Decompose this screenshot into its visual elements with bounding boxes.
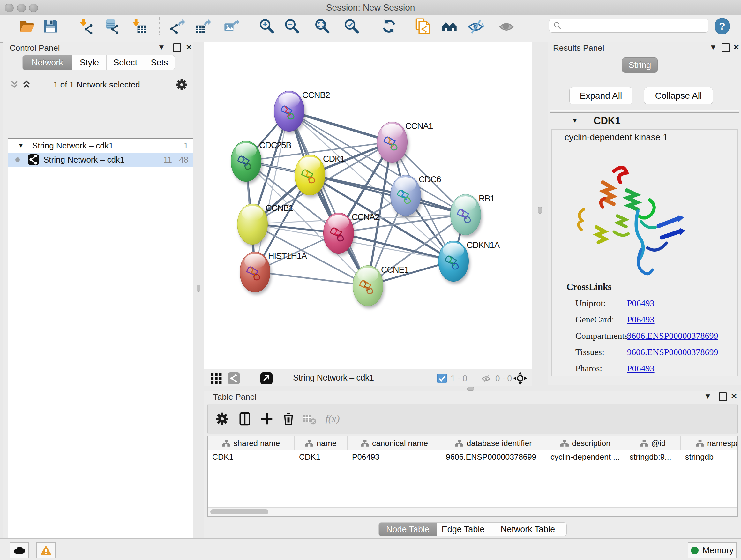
delete-column-trash-icon[interactable] (281, 412, 296, 426)
crosslink-link[interactable]: P06493 (627, 363, 655, 374)
table-cell[interactable]: 9606.ENSP00000378699 (441, 450, 546, 463)
column-header-canonical-name[interactable]: canonical name (347, 436, 441, 450)
scrollbar-thumb[interactable] (210, 509, 268, 514)
network-options-gear-icon[interactable] (175, 78, 188, 91)
table-cell[interactable]: CDK1 (208, 450, 294, 463)
memory-button[interactable]: Memory (688, 543, 737, 558)
open-session-folder-icon[interactable] (19, 18, 36, 35)
refresh-view-icon[interactable] (381, 18, 397, 35)
detach-view-icon[interactable] (260, 372, 273, 384)
horizontal-splitter-handle[interactable] (467, 387, 474, 391)
selected-checkbox-icon[interactable] (437, 374, 447, 383)
table-cell[interactable]: stringdb (681, 450, 738, 463)
table-cell[interactable]: stringdb:9... (625, 450, 681, 463)
network-node-ccne1[interactable] (353, 265, 383, 306)
tab-network[interactable]: Network (23, 55, 72, 70)
table-panel-float-icon[interactable] (719, 392, 727, 402)
column-header-at-id[interactable]: @id (625, 436, 681, 450)
search-input[interactable] (562, 19, 708, 32)
new-network-from-selection-icon[interactable] (414, 18, 431, 35)
network-node-cdc6[interactable] (390, 175, 421, 216)
tab-style[interactable]: Style (72, 55, 107, 70)
zoom-selected-icon[interactable] (343, 18, 360, 35)
results-panel-float-icon[interactable] (722, 44, 730, 54)
network-node-cdc25b[interactable] (231, 141, 261, 182)
crosslink-link[interactable]: P06493 (627, 314, 655, 325)
crosslink-label: Compartments: (576, 331, 627, 341)
warning-button[interactable] (37, 543, 56, 558)
left-splitter-handle[interactable] (197, 285, 200, 292)
collapse-all-chevron-icon[interactable] (10, 80, 19, 89)
grid-view-icon[interactable] (210, 372, 222, 384)
table-row[interactable]: CDK1CDK1P064939606.ENSP00000378699cyclin… (208, 450, 738, 463)
tree-expander-icon[interactable]: ▼ (18, 142, 24, 149)
import-network-database-icon[interactable] (104, 18, 121, 35)
network-node-cdkn1a[interactable] (438, 241, 469, 282)
column-header-namespace[interactable]: namespace (681, 436, 738, 450)
export-network-icon[interactable] (169, 18, 185, 35)
cloud-button[interactable] (10, 543, 29, 558)
table-gear-icon[interactable] (215, 412, 229, 426)
network-node-ccna2[interactable] (323, 212, 354, 253)
right-splitter[interactable] (532, 42, 548, 386)
export-table-icon[interactable] (194, 18, 211, 35)
table-panel-collapse-icon[interactable]: ▼ (704, 392, 712, 401)
expand-all-button[interactable]: Expand All (569, 87, 632, 105)
network-collection-row[interactable]: ▼ String Network – cdk1 1 (8, 138, 193, 152)
tab-select[interactable]: Select (106, 55, 144, 70)
column-header-database-identifier[interactable]: database identifier (441, 436, 546, 450)
columns-icon[interactable] (238, 412, 253, 426)
houses-icon[interactable] (441, 18, 458, 35)
network-node-ccna1[interactable] (377, 122, 408, 163)
network-canvas[interactable]: CCNB2CCNA1CDC25BCDK1CDC6RB1CCNB1CCNA2CDK… (204, 42, 532, 369)
control-panel-float-icon[interactable] (173, 44, 181, 54)
results-panel-collapse-icon[interactable]: ▼ (710, 43, 717, 52)
protein-card-header[interactable]: ▼ CDK1 (550, 113, 739, 129)
collapse-all-button[interactable]: Collapse All (644, 87, 713, 105)
table-cell[interactable]: P06493 (347, 450, 441, 463)
tab-edge-table[interactable]: Edge Table (437, 523, 489, 536)
crosslink-link[interactable]: 9606.ENSP00000378699 (627, 347, 718, 357)
network-node-rb1[interactable] (450, 194, 481, 235)
zoom-fit-content-icon[interactable] (314, 18, 331, 35)
network-share-icon[interactable] (228, 372, 240, 384)
results-panel-close-icon[interactable]: ✕ (733, 43, 739, 52)
import-network-file-icon[interactable] (78, 18, 95, 35)
tab-string[interactable]: String (622, 57, 658, 73)
table-panel-close-icon[interactable]: ✕ (731, 392, 737, 401)
save-session-floppy-icon[interactable] (42, 18, 59, 35)
add-column-icon[interactable] (259, 412, 274, 426)
expand-all-chevron-icon[interactable] (22, 80, 31, 89)
export-image-icon[interactable] (223, 18, 240, 35)
column-header-description[interactable]: description (546, 436, 625, 450)
horizontal-splitter[interactable] (204, 386, 741, 391)
network-node-ccnb2[interactable] (274, 91, 305, 132)
tab-node-table[interactable]: Node Table (379, 523, 437, 536)
left-splitter[interactable] (193, 42, 204, 386)
control-panel-close-icon[interactable]: ✕ (186, 43, 192, 52)
import-table-file-icon[interactable] (131, 18, 147, 35)
hidden-eye-slash-icon[interactable] (481, 374, 491, 383)
column-header-name[interactable]: name (294, 436, 347, 450)
column-header-shared-name[interactable]: shared name (208, 436, 294, 450)
birds-eye-crosshair-icon[interactable] (513, 371, 527, 385)
help-button[interactable]: ? (715, 18, 730, 35)
network-node-cdk1[interactable] (294, 154, 325, 195)
tab-sets[interactable]: Sets (144, 55, 175, 70)
table-cell[interactable]: CDK1 (294, 450, 347, 463)
network-node-ccnb1[interactable] (237, 204, 268, 245)
hide-selected-eye-icon[interactable] (467, 18, 484, 35)
network-row[interactable]: String Network – cdk1 11 48 (8, 152, 193, 167)
show-all-eye-icon[interactable] (498, 18, 515, 35)
crosslink-link[interactable]: 9606.ENSP00000378699 (627, 331, 718, 341)
protein-expander-icon[interactable]: ▼ (572, 117, 578, 124)
control-panel-collapse-icon[interactable]: ▼ (158, 43, 165, 52)
network-node-hist1h1a[interactable] (240, 252, 270, 293)
zoom-in-icon[interactable] (259, 18, 275, 35)
horizontal-scrollbar[interactable] (208, 507, 737, 516)
crosslink-link[interactable]: P06493 (627, 298, 655, 308)
zoom-out-icon[interactable] (284, 18, 300, 35)
right-splitter-handle[interactable] (538, 206, 542, 213)
tab-network-table[interactable]: Network Table (489, 523, 566, 536)
table-cell[interactable]: cyclin-dependent ... (546, 450, 625, 463)
